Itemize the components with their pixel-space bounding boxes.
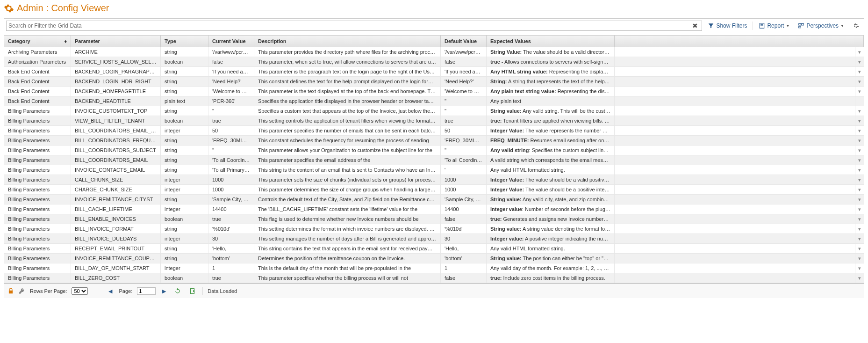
next-page-button[interactable]: ▶ (160, 288, 168, 294)
table-row[interactable]: Billing ParametersBILL_CACHE_LIFETIMEint… (4, 204, 864, 214)
cell-category: Billing Parameters (4, 126, 71, 135)
cell-type: integer (161, 185, 208, 194)
cell-description: This is the default day of the month tha… (254, 263, 441, 273)
rows-per-page-select[interactable]: 50 (72, 287, 88, 295)
cell-type: integer (161, 263, 208, 273)
row-expand-icon[interactable]: ▾ (855, 234, 864, 243)
row-expand-icon[interactable]: ▾ (855, 165, 864, 175)
table-row[interactable]: Billing ParametersRECEIPT_EMAIL_PRINTOUT… (4, 244, 864, 254)
cell-parameter: INVOICE_CUSTOMTEXT_TOP (71, 106, 161, 116)
column-header-spacer (615, 36, 864, 47)
column-header-expected[interactable]: Expected Values (487, 36, 615, 47)
table-row[interactable]: Billing ParametersCHARGE_CHUNK_SIZEinteg… (4, 185, 864, 195)
refresh-button[interactable] (172, 288, 183, 294)
show-filters-button[interactable]: Show Filters (705, 22, 750, 30)
table-row[interactable]: Billing ParametersBILL_ZERO_COSTbooleant… (4, 273, 864, 283)
cell-description: This setting controls the application of… (254, 116, 441, 125)
row-expand-icon[interactable]: ▾ (855, 224, 864, 234)
table-row[interactable]: Billing ParametersBILL_COORDINATORS_EMAI… (4, 155, 864, 165)
table-row[interactable]: Back End ContentBACKEND_LOGIN_HDR_RIGHTs… (4, 77, 864, 87)
settings-gear-button[interactable] (850, 22, 862, 30)
row-expand-icon[interactable]: ▾ (855, 185, 864, 194)
clear-search-icon[interactable]: ✖ (690, 22, 700, 29)
cell-expected: Any valid day of the month. For example:… (487, 263, 615, 273)
row-expand-icon[interactable]: ▾ (855, 146, 864, 155)
row-expand-icon[interactable]: ▾ (855, 77, 864, 86)
table-row[interactable]: Billing ParametersCALL_CHUNK_SIZEinteger… (4, 175, 864, 185)
row-expand-icon[interactable]: ▾ (855, 244, 864, 253)
cell-description: This parameter specifies whether the bil… (254, 273, 441, 283)
row-expand-icon[interactable]: ▾ (855, 155, 864, 165)
table-row[interactable]: Back End ContentBACKEND_HOMEPAGETITLEstr… (4, 87, 864, 96)
table-row[interactable]: Billing ParametersINVOICE_REMITTANCE_COU… (4, 254, 864, 263)
cell-expected: Any plain text (487, 96, 615, 106)
row-expand-icon[interactable]: ▾ (855, 254, 864, 263)
table-row[interactable]: Billing ParametersINVOICE_REMITTANCE_CIT… (4, 195, 864, 204)
cell-default: 'Welcome to PCR-... (441, 87, 487, 96)
page-input[interactable] (137, 287, 156, 295)
table-row[interactable]: Back End ContentBACKEND_LOGIN_PARAGRAPH_… (4, 67, 864, 77)
cell-description: This parameter is the text displayed at … (254, 87, 441, 96)
row-expand-icon[interactable]: ▾ (855, 106, 864, 116)
column-header-parameter[interactable]: Parameter (71, 36, 161, 47)
cell-default: 1 (441, 263, 487, 273)
cell-expected: true: Tenant filters are applied when vi… (487, 116, 615, 125)
table-row[interactable]: Billing ParametersINVOICE_CONTACTS_EMAIL… (4, 165, 864, 175)
cell-type: string (161, 165, 208, 175)
table-row[interactable]: Billing ParametersBILL_ENABLE_INVOICESbo… (4, 214, 864, 224)
row-expand-icon[interactable]: ▾ (855, 195, 864, 204)
column-header-category[interactable]: Category♦ (4, 36, 71, 47)
cell-expected: String value: A string value denoting th… (487, 224, 615, 234)
cell-parameter: BACKEND_LOGIN_HDR_RIGHT (71, 77, 161, 86)
prev-page-button[interactable]: ◀ (107, 288, 114, 294)
table-row[interactable]: Archiving ParametersARCHIVEstring'/var/w… (4, 47, 864, 57)
table-row[interactable]: Billing ParametersBILL_INVOICE_DUEDAYSin… (4, 234, 864, 244)
table-row[interactable]: Billing ParametersBILL_COORDINATORS_SUBJ… (4, 146, 864, 155)
row-expand-icon[interactable]: ▾ (855, 57, 864, 66)
row-expand-icon[interactable]: ▾ (855, 47, 864, 57)
search-input[interactable] (8, 22, 690, 29)
column-header-current[interactable]: Current Value (208, 36, 254, 47)
cell-current: true (208, 116, 254, 125)
cell-description: This parameter determines the size of ch… (254, 185, 441, 194)
table-row[interactable]: Billing ParametersBILL_DAY_OF_MONTH_STAR… (4, 263, 864, 273)
table-row[interactable]: Billing ParametersBILL_COORDINATORS_FREQ… (4, 136, 864, 146)
cell-default: 'If you need assist... (441, 67, 487, 76)
column-header-type[interactable]: Type (161, 36, 208, 47)
table-row[interactable]: Billing ParametersBILL_INVOICE_FORMATstr… (4, 224, 864, 234)
cell-current: 1000 (208, 175, 254, 184)
row-expand-icon[interactable]: ▾ (855, 214, 864, 224)
cell-parameter: BILL_DAY_OF_MONTH_START (71, 263, 161, 273)
table-row[interactable]: Billing ParametersINVOICE_CUSTOMTEXT_TOP… (4, 106, 864, 116)
cell-current: 'FREQ_30MINUTE' (208, 136, 254, 145)
table-row[interactable]: Billing ParametersBILL_COORDINATORS_EMAI… (4, 126, 864, 136)
table-row[interactable]: Back End ContentBACKEND_HEADTITLEplain t… (4, 96, 864, 106)
row-expand-icon[interactable]: ▾ (855, 204, 864, 214)
row-expand-icon[interactable]: ▾ (855, 116, 864, 125)
cell-spacer (615, 165, 855, 175)
grid-body[interactable]: Archiving ParametersARCHIVEstring'/var/w… (4, 47, 864, 283)
table-row[interactable]: Authorization ParametersSERVICE_HOSTS_AL… (4, 57, 864, 67)
data-grid: Category♦ Parameter Type Current Value D… (4, 35, 864, 284)
column-header-default[interactable]: Default Value (441, 36, 487, 47)
search-input-wrap[interactable]: ✖ (6, 21, 702, 31)
row-expand-icon[interactable] (855, 96, 864, 106)
lock-icon[interactable] (7, 288, 14, 294)
column-header-description[interactable]: Description (254, 36, 441, 47)
cell-type: string (161, 136, 208, 145)
row-expand-icon[interactable]: ▾ (855, 126, 864, 135)
row-expand-icon[interactable]: ▾ (855, 87, 864, 96)
perspectives-button[interactable]: Perspectives ▼ (795, 22, 847, 30)
report-button[interactable]: Report ▼ (756, 22, 792, 30)
cell-spacer (615, 155, 855, 165)
row-expand-icon[interactable]: ▾ (855, 263, 864, 273)
row-expand-icon[interactable]: ▾ (855, 175, 864, 184)
cell-default: '%010d' (441, 224, 487, 234)
key-icon[interactable] (19, 288, 25, 294)
export-button[interactable] (187, 288, 198, 294)
table-row[interactable]: Billing ParametersVIEW_BILL_FILTER_TENAN… (4, 116, 864, 126)
row-expand-icon[interactable]: ▾ (855, 67, 864, 76)
row-expand-icon[interactable]: ▾ (855, 136, 864, 145)
grid-header: Category♦ Parameter Type Current Value D… (4, 36, 864, 47)
row-expand-icon[interactable]: ▾ (855, 273, 864, 283)
